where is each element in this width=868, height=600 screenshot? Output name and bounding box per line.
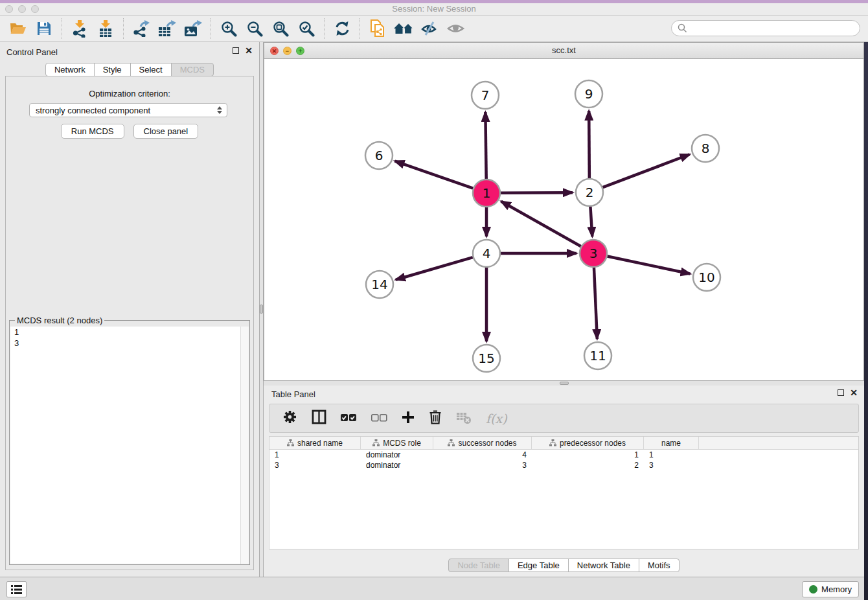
graph-edge-2-9[interactable] (589, 111, 589, 178)
table-cell[interactable]: 4 (433, 450, 532, 460)
optimization-criterion-select[interactable]: strongly connected component (29, 103, 227, 117)
import-network-button[interactable] (67, 17, 93, 40)
column-header-shared-name[interactable]: shared name (269, 437, 361, 449)
horizontal-splitter[interactable] (264, 381, 864, 386)
table-cell[interactable]: 1 (532, 450, 644, 460)
graph-edge-3-10[interactable] (608, 257, 691, 274)
deselect-all-icon (371, 414, 387, 422)
float-panel-icon[interactable] (233, 47, 239, 54)
function-builder-button[interactable]: f(x) (486, 411, 507, 426)
table-cell[interactable]: 2 (532, 460, 644, 470)
table-cell[interactable]: dominator (361, 460, 433, 470)
vertical-splitter[interactable] (259, 42, 264, 577)
show-all-button[interactable] (442, 17, 468, 40)
graph-node-10[interactable]: 10 (693, 264, 720, 291)
export-network-button[interactable] (128, 17, 154, 40)
graph-node-15[interactable]: 15 (473, 345, 500, 372)
table-panel: Table Panel ✕ (264, 386, 864, 577)
columns-button[interactable] (312, 410, 326, 427)
task-history-button[interactable] (6, 581, 27, 597)
graph-edge-4-14[interactable] (396, 257, 473, 280)
graph-node-3[interactable]: 3 (580, 240, 607, 267)
tab-motifs[interactable]: Motifs (639, 559, 680, 572)
zoom-fit-button[interactable] (268, 17, 293, 40)
graph-node-1[interactable]: 1 (473, 179, 500, 207)
duplicate-network-button[interactable] (365, 17, 391, 40)
table-cell[interactable]: dominator (361, 450, 433, 460)
result-scrollbar[interactable] (240, 327, 249, 564)
splitter-grip[interactable] (560, 382, 569, 385)
table-cell[interactable]: 3 (433, 460, 532, 470)
graph-node-14[interactable]: 14 (366, 271, 393, 298)
graph-node-2[interactable]: 2 (576, 179, 603, 206)
mcds-result-list[interactable]: 13 (10, 327, 249, 564)
tab-network[interactable]: Network (45, 63, 95, 76)
tab-node-table[interactable]: Node Table (448, 559, 509, 572)
dropdown-stepper-icon (216, 105, 223, 115)
zoom-selected-button[interactable] (293, 17, 319, 40)
tab-edge-table[interactable]: Edge Table (508, 559, 569, 572)
graph-edge-1-6[interactable] (395, 161, 474, 189)
hide-selected-button[interactable] (417, 17, 442, 40)
column-header-MCDS-role[interactable]: MCDS role (361, 437, 433, 449)
graph-edge-3-1[interactable] (501, 202, 581, 246)
graph-edge-2-3[interactable] (590, 207, 592, 237)
open-session-button[interactable] (5, 17, 31, 40)
svg-text:9: 9 (585, 86, 593, 102)
graph-node-8[interactable]: 8 (692, 135, 719, 162)
import-table-button[interactable] (93, 17, 119, 40)
splitter-grip[interactable] (260, 305, 263, 314)
tab-style[interactable]: Style (94, 63, 131, 76)
table-cell[interactable]: 3 (269, 460, 361, 470)
tab-select[interactable]: Select (130, 63, 172, 76)
graph-edge-2-8[interactable] (603, 154, 690, 187)
network-canvas[interactable]: 7968124314101511 (264, 59, 863, 380)
zoom-in-button[interactable] (216, 17, 242, 40)
graph-node-11[interactable]: 11 (584, 342, 611, 369)
close-panel-button[interactable]: Close panel (133, 124, 199, 139)
float-panel-icon[interactable] (838, 389, 844, 396)
home-button[interactable] (391, 17, 417, 40)
export-table-button[interactable] (154, 17, 180, 40)
graph-node-4[interactable]: 4 (473, 240, 500, 267)
delete-button[interactable] (429, 410, 442, 427)
close-panel-icon[interactable]: ✕ (850, 389, 858, 397)
gear-button[interactable] (282, 410, 297, 427)
column-header-name[interactable]: name (644, 437, 699, 449)
graph-node-9[interactable]: 9 (575, 80, 602, 108)
table-cell[interactable]: 1 (269, 450, 361, 460)
table-cell[interactable]: 1 (644, 450, 699, 460)
table-row[interactable]: 1dominator411 (269, 450, 858, 460)
column-label: name (661, 439, 681, 448)
graph-node-6[interactable]: 6 (365, 142, 393, 169)
graph-edge-1-2[interactable] (501, 192, 573, 193)
deselect-all-button[interactable] (371, 413, 387, 424)
table-panel-title: Table Panel (271, 389, 315, 399)
tab-mcds[interactable]: MCDS (171, 63, 214, 76)
graph-edge-3-11[interactable] (594, 268, 597, 339)
column-label: shared name (297, 439, 343, 448)
toolbar-separator (62, 18, 62, 39)
close-panel-icon[interactable]: ✕ (245, 47, 253, 54)
graph-node-7[interactable]: 7 (472, 82, 499, 109)
graph-edge-1-7[interactable] (485, 112, 486, 179)
memory-button[interactable]: Memory (802, 581, 859, 597)
table-row[interactable]: 3dominator323 (269, 460, 858, 470)
table-cell[interactable]: 3 (644, 460, 699, 470)
delete-table-button[interactable] (456, 410, 472, 427)
refresh-button[interactable] (329, 17, 355, 40)
export-image-button[interactable] (180, 17, 206, 40)
zoom-out-button[interactable] (242, 17, 268, 40)
search-input[interactable] (671, 20, 860, 36)
column-label: predecessor nodes (560, 439, 626, 448)
svg-text:2: 2 (586, 185, 594, 200)
tab-network-table[interactable]: Network Table (568, 559, 639, 572)
table-body: 1dominator4113dominator323 (269, 450, 858, 470)
run-mcds-button[interactable]: Run MCDS (61, 124, 124, 139)
save-session-button[interactable] (31, 17, 57, 40)
column-header-successor-nodes[interactable]: successor nodes (433, 437, 532, 449)
add-column-button[interactable] (402, 411, 415, 426)
zoom-in-icon (221, 21, 237, 37)
column-header-predecessor-nodes[interactable]: predecessor nodes (532, 437, 644, 449)
select-all-button[interactable] (341, 413, 357, 424)
